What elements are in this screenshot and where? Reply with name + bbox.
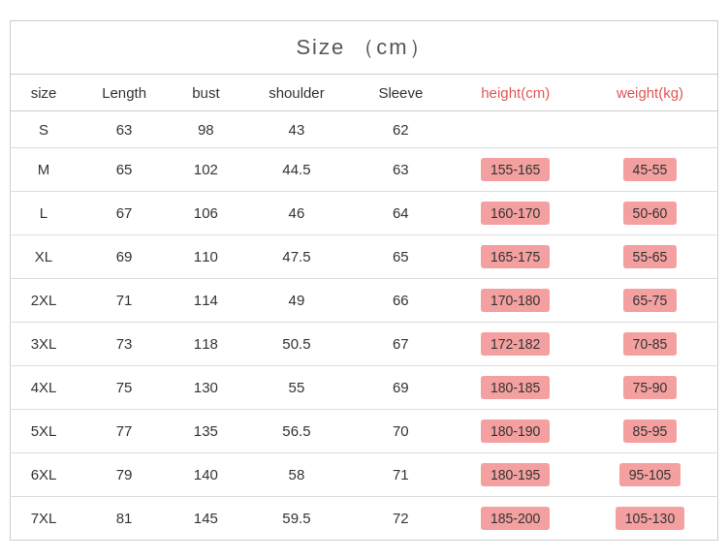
- table-cell: 67: [77, 191, 172, 234]
- height-cell: 170-180: [448, 278, 583, 322]
- height-cell: 165-175: [448, 234, 583, 278]
- table-title: Size （cm）: [10, 20, 718, 74]
- table-row: 3XL7311850.567172-18270-85: [11, 322, 718, 365]
- table-cell: 62: [353, 110, 448, 147]
- table-cell: 118: [172, 322, 239, 365]
- table-cell: 106: [172, 191, 239, 234]
- table-cell: 49: [240, 278, 354, 322]
- table-cell: 47.5: [240, 234, 354, 278]
- table-row: 4XL751305569180-18575-90: [11, 365, 718, 409]
- table-cell: 114: [172, 278, 239, 322]
- height-cell: 180-190: [448, 409, 583, 452]
- header-row: size Length bust shoulder Sleeve height(…: [11, 74, 718, 110]
- table-cell: 71: [353, 452, 448, 496]
- col-header-bust: bust: [172, 74, 239, 110]
- col-header-height: height(cm): [448, 74, 583, 110]
- height-cell: 180-195: [448, 452, 583, 496]
- table-cell: 98: [172, 110, 239, 147]
- col-header-length: Length: [77, 74, 172, 110]
- height-cell: 172-182: [448, 322, 583, 365]
- size-chart-container: Size （cm） size Length bust shoulder Slee…: [0, 11, 728, 550]
- table-cell: 63: [353, 147, 448, 191]
- weight-cell: 75-90: [583, 365, 717, 409]
- table-cell: 70: [353, 409, 448, 452]
- table-row: L671064664160-17050-60: [11, 191, 718, 234]
- size-table: size Length bust shoulder Sleeve height(…: [10, 74, 718, 541]
- table-cell: 7XL: [11, 496, 78, 540]
- table-cell: 63: [77, 110, 172, 147]
- height-cell: 155-165: [448, 147, 583, 191]
- weight-cell: 55-65: [583, 234, 717, 278]
- table-body: S63984362M6510244.563155-16545-55L671064…: [11, 110, 718, 540]
- weight-cell: 70-85: [583, 322, 717, 365]
- table-cell: 6XL: [11, 452, 78, 496]
- weight-cell: 45-55: [583, 147, 717, 191]
- table-cell: 65: [77, 147, 172, 191]
- col-header-weight: weight(kg): [583, 74, 717, 110]
- table-cell: 75: [77, 365, 172, 409]
- table-cell: 71: [77, 278, 172, 322]
- height-cell: 160-170: [448, 191, 583, 234]
- table-cell: 2XL: [11, 278, 78, 322]
- table-row: 2XL711144966170-18065-75: [11, 278, 718, 322]
- weight-cell: [583, 110, 717, 147]
- table-cell: 3XL: [11, 322, 78, 365]
- table-cell: 67: [353, 322, 448, 365]
- table-cell: 135: [172, 409, 239, 452]
- table-cell: 69: [353, 365, 448, 409]
- table-cell: 55: [240, 365, 354, 409]
- table-cell: L: [11, 191, 78, 234]
- table-cell: 69: [77, 234, 172, 278]
- table-cell: 66: [353, 278, 448, 322]
- table-cell: 130: [172, 365, 239, 409]
- table-cell: 110: [172, 234, 239, 278]
- table-cell: 44.5: [240, 147, 354, 191]
- table-row: 7XL8114559.572185-200105-130: [11, 496, 718, 540]
- table-cell: 102: [172, 147, 239, 191]
- table-cell: XL: [11, 234, 78, 278]
- table-row: M6510244.563155-16545-55: [11, 147, 718, 191]
- col-header-size: size: [11, 74, 78, 110]
- table-cell: 145: [172, 496, 239, 540]
- weight-cell: 95-105: [583, 452, 717, 496]
- table-cell: 77: [77, 409, 172, 452]
- col-header-sleeve: Sleeve: [353, 74, 448, 110]
- table-cell: 5XL: [11, 409, 78, 452]
- col-header-shoulder: shoulder: [240, 74, 354, 110]
- table-row: S63984362: [11, 110, 718, 147]
- height-cell: 185-200: [448, 496, 583, 540]
- weight-cell: 65-75: [583, 278, 717, 322]
- table-cell: 59.5: [240, 496, 354, 540]
- table-cell: 58: [240, 452, 354, 496]
- table-cell: 72: [353, 496, 448, 540]
- table-cell: 4XL: [11, 365, 78, 409]
- table-cell: 65: [353, 234, 448, 278]
- table-cell: 73: [77, 322, 172, 365]
- table-cell: 64: [353, 191, 448, 234]
- height-cell: [448, 110, 583, 147]
- weight-cell: 85-95: [583, 409, 717, 452]
- table-cell: 79: [77, 452, 172, 496]
- table-cell: 43: [240, 110, 354, 147]
- table-cell: S: [11, 110, 78, 147]
- table-cell: 140: [172, 452, 239, 496]
- table-cell: 50.5: [240, 322, 354, 365]
- table-cell: M: [11, 147, 78, 191]
- height-cell: 180-185: [448, 365, 583, 409]
- table-row: 6XL791405871180-19595-105: [11, 452, 718, 496]
- weight-cell: 105-130: [583, 496, 717, 540]
- table-row: XL6911047.565165-17555-65: [11, 234, 718, 278]
- table-cell: 56.5: [240, 409, 354, 452]
- table-cell: 81: [77, 496, 172, 540]
- weight-cell: 50-60: [583, 191, 717, 234]
- table-row: 5XL7713556.570180-19085-95: [11, 409, 718, 452]
- table-cell: 46: [240, 191, 354, 234]
